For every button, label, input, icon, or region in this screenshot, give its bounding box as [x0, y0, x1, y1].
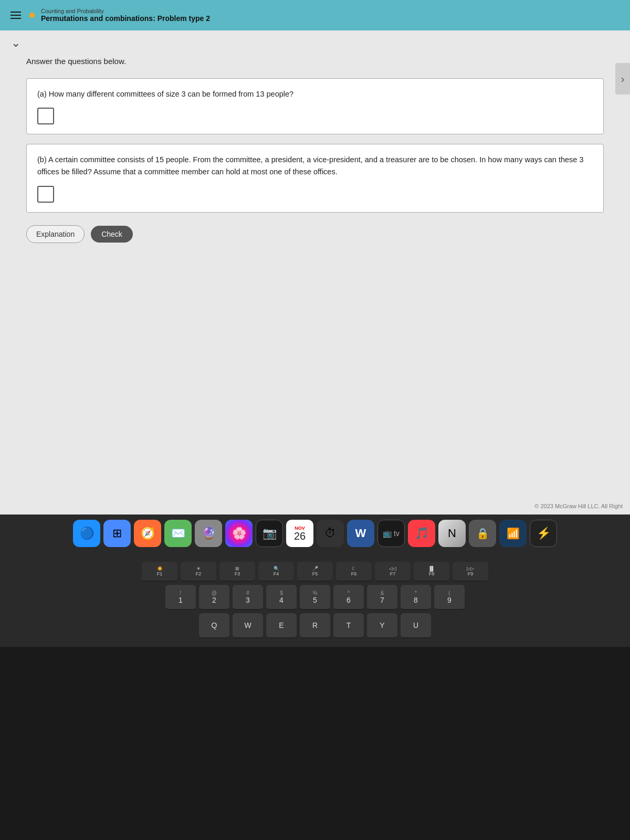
question-a-box: (a) How many different committees of siz… [26, 78, 604, 134]
key-y[interactable]: Y [367, 613, 397, 638]
dock-item-bars[interactable]: 📶 [499, 520, 527, 547]
key-3[interactable]: #3 [233, 585, 263, 610]
dock-item-appletv[interactable]: 📺 tv [377, 520, 405, 547]
key-f8[interactable]: ▐▌F8 [414, 562, 449, 582]
dock-item-launchpad[interactable]: ⊞ [103, 520, 131, 547]
key-u[interactable]: U [401, 613, 431, 638]
key-t[interactable]: T [333, 613, 364, 638]
key-7[interactable]: &7 [367, 585, 397, 610]
photos-icon: 🌸 [232, 527, 246, 540]
key-f2[interactable]: ☀F2 [181, 562, 216, 582]
dock-item-siri2[interactable]: N [438, 520, 466, 547]
key-f3[interactable]: ⊞F3 [219, 562, 255, 582]
question-b-text: (b) A certain committee consists of 15 p… [37, 154, 593, 178]
facetime-icon: 📷 [262, 527, 277, 540]
question-b-input[interactable] [37, 186, 54, 203]
safari-icon: 🧭 [141, 527, 155, 540]
appletv-icon: 📺 tv [383, 529, 400, 538]
dock-item-word[interactable]: W [347, 520, 374, 547]
right-toggle-button[interactable] [615, 63, 630, 94]
keyboard-area: ☀️F1 ☀F2 ⊞F3 🔍F4 🎤F5 ☾F6 ◁◁F7 ▐▌F8 ▷▷F9 … [0, 552, 630, 647]
extra-icon: ⚡ [537, 527, 551, 540]
key-f4[interactable]: 🔍F4 [258, 562, 294, 582]
siri2-icon: N [448, 527, 456, 540]
key-4[interactable]: $4 [266, 585, 297, 610]
dock-item-siri[interactable]: 🔮 [195, 520, 222, 547]
hamburger-menu-icon[interactable] [8, 9, 23, 21]
key-2[interactable]: @2 [199, 585, 229, 610]
header-bar: Counting and Probability Permutations an… [0, 0, 630, 30]
chevron-down-icon[interactable] [8, 36, 23, 50]
copyright-text: © 2023 McGraw Hill LLC. All Right [534, 503, 623, 509]
question-a-input[interactable] [37, 108, 54, 124]
vpn-icon: 🔒 [476, 527, 489, 540]
answer-prompt: Answer the questions below. [26, 57, 604, 66]
key-w[interactable]: W [233, 613, 263, 638]
explanation-button[interactable]: Explanation [26, 225, 85, 243]
key-q[interactable]: Q [199, 613, 229, 638]
music-icon: 🎵 [415, 527, 429, 540]
clock-icon: ⏱ [324, 527, 336, 540]
key-5[interactable]: %5 [300, 585, 330, 610]
dock-item-finder[interactable]: 🔵 [73, 520, 100, 547]
key-1[interactable]: !1 [165, 585, 196, 610]
key-f9[interactable]: ▷▷F9 [453, 562, 488, 582]
number-key-row: !1 @2 #3 $4 %5 ^6 &7 *8 (9 [10, 585, 620, 610]
screen: Counting and Probability Permutations an… [0, 0, 630, 514]
bottom-buttons: Explanation Check [26, 225, 604, 243]
question-a-text: (a) How many different committees of siz… [37, 88, 593, 100]
header-subtitle: Counting and Probability [41, 8, 210, 14]
content-area: Answer the questions below. (a) How many… [0, 30, 630, 254]
dock-item-vpn[interactable]: 🔒 [469, 520, 496, 547]
dock-bar: 🔵 ⊞ 🧭 ✉️ 🔮 🌸 📷 NOV 26 ⏱ W 📺 tv 🎵 N 🔒 [0, 514, 630, 552]
check-button[interactable]: Check [91, 226, 133, 243]
dock-item-music[interactable]: 🎵 [408, 520, 435, 547]
word-icon: W [355, 527, 366, 540]
dock-item-messages[interactable]: ✉️ [164, 520, 192, 547]
letter-key-row: Q W E R T Y U [10, 613, 620, 638]
key-8[interactable]: *8 [401, 585, 431, 610]
launchpad-icon: ⊞ [112, 527, 122, 540]
siri-icon: 🔮 [202, 527, 216, 540]
finder-icon: 🔵 [80, 527, 94, 540]
dock-item-safari[interactable]: 🧭 [134, 520, 161, 547]
messages-icon: ✉️ [171, 527, 185, 540]
header-title: Permutations and combinations: Problem t… [41, 14, 210, 23]
key-e[interactable]: E [266, 613, 297, 638]
key-f6[interactable]: ☾F6 [336, 562, 372, 582]
status-dot [29, 13, 35, 18]
key-r[interactable]: R [300, 613, 330, 638]
dock-item-calendar[interactable]: NOV 26 [286, 520, 313, 547]
key-6[interactable]: ^6 [333, 585, 364, 610]
fn-key-row: ☀️F1 ☀F2 ⊞F3 🔍F4 🎤F5 ☾F6 ◁◁F7 ▐▌F8 ▷▷F9 [10, 562, 620, 582]
key-f7[interactable]: ◁◁F7 [375, 562, 411, 582]
question-b-box: (b) A certain committee consists of 15 p… [26, 144, 604, 212]
dock-item-extra[interactable]: ⚡ [530, 520, 557, 547]
key-f5[interactable]: 🎤F5 [297, 562, 333, 582]
dock-item-clock[interactable]: ⏱ [317, 520, 344, 547]
header-text: Counting and Probability Permutations an… [41, 8, 210, 23]
key-f1[interactable]: ☀️F1 [142, 562, 177, 582]
calendar-day: 26 [294, 531, 306, 541]
key-9[interactable]: (9 [434, 585, 465, 610]
dock-item-facetime[interactable]: 📷 [256, 520, 283, 547]
bars-icon: 📶 [507, 527, 520, 540]
dock-item-photos[interactable]: 🌸 [225, 520, 253, 547]
